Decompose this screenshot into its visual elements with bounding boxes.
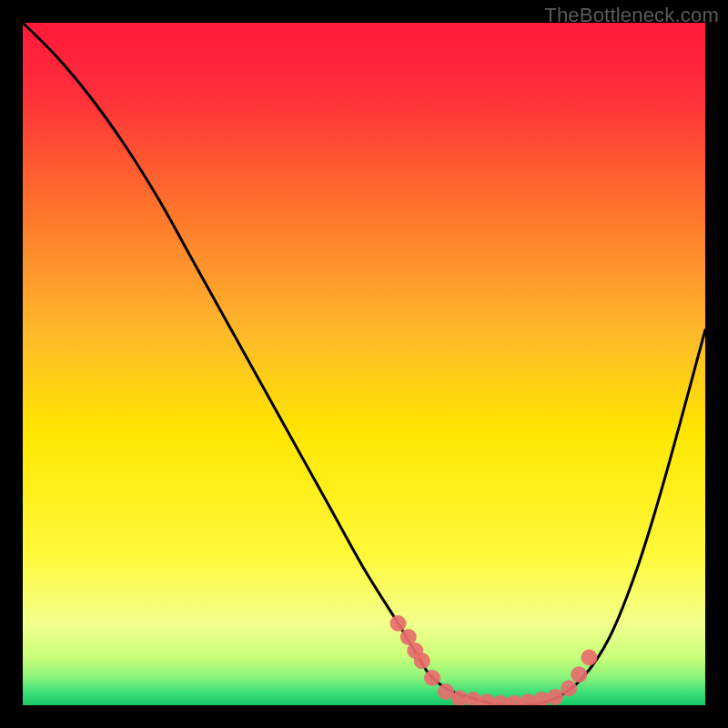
chart-frame: TheBottleneck.com [0,0,728,728]
svg-rect-0 [23,23,705,705]
gradient-background [23,23,705,705]
plot-area [23,23,705,705]
